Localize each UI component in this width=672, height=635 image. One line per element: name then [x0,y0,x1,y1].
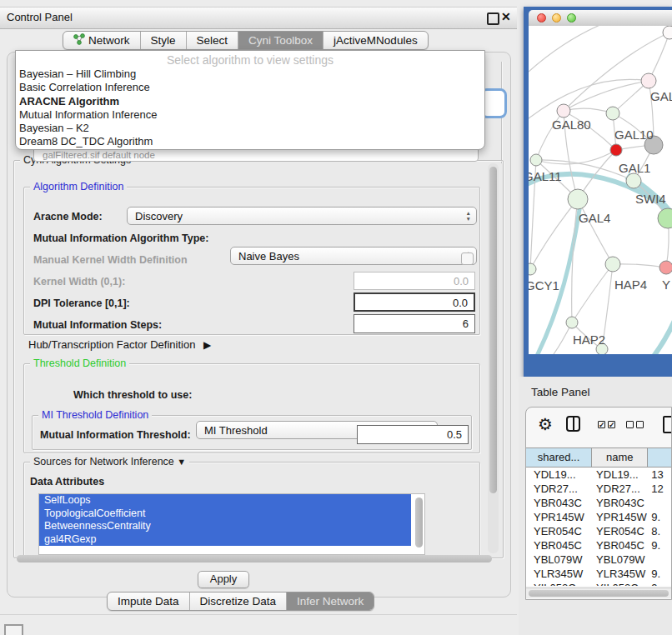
network-graph [529,26,672,354]
deselect-all-icon[interactable] [626,421,644,428]
tab-cyni-toolbox[interactable]: Cyni Toolbox [238,32,323,49]
node-label: GCY1 [529,278,559,292]
cell-shared-name: YBR043C [526,496,592,510]
table-row[interactable]: YBL079W YBL079W [526,552,671,567]
network-node-hap4[interactable] [605,257,620,272]
network-node-gal4[interactable] [568,189,588,209]
mi-steps-input[interactable]: 6 [354,314,475,333]
apply-button[interactable]: Apply [198,571,249,588]
network-window-titlebar[interactable] [529,10,672,27]
tab-discretize-data[interactable]: Discretize Data [190,592,288,610]
dock-square-fragment [4,624,23,635]
kernel-width-input[interactable]: 0.0 [354,272,475,290]
settings-scrollbar-thumb[interactable] [489,167,497,493]
tab-impute-label: Impute Data [118,595,179,608]
cell-shared-name: YBR045C [526,538,592,552]
dpi-tolerance-input[interactable]: 0.0 [354,292,475,312]
cell-shared-name: YER054C [526,524,592,538]
table-row[interactable]: YPR145W YPR145W 9. [526,510,671,524]
table-row[interactable]: YIL052C YIL052C 9. [526,581,671,586]
algorithm-option-aracne[interactable]: ARACNE Algorithm [16,95,484,108]
list-scrollbar-thumb[interactable] [415,498,423,548]
algorithm-placeholder: Select algorithm to view settings [16,51,484,68]
tab-select[interactable]: Select [187,32,239,49]
algorithm-option-basic-correlation[interactable]: Basic Correlation Inference [16,81,484,94]
node-label: GAL80 [552,118,591,132]
column-header-shared-name[interactable]: shared... [526,448,592,467]
tab-jactivemnodules[interactable]: jActiveMNodules [323,32,428,49]
table-row[interactable]: YDL19... YDL19... 13 [526,468,671,482]
column-header-name[interactable]: name [592,448,648,467]
network-node[interactable] [659,261,672,274]
column-header-partial[interactable] [648,448,671,467]
tab-style[interactable]: Style [141,32,187,49]
select-all-icon[interactable]: ✓✓ [598,421,615,428]
cell-shared-name: YBL079W [526,552,592,567]
tab-network[interactable]: Network [63,32,141,49]
network-canvas[interactable]: GAL GAL80 GAL10 GAL1 GAL11 SWI4 GAL4 GCY… [529,26,672,354]
cell-name: YBR045C [592,538,648,552]
network-node[interactable] [663,26,672,39]
cell-value: 9. [648,567,671,581]
aracne-mode-combo[interactable]: Discovery ▲▼ [127,207,477,225]
zoom-window-button[interactable] [567,13,576,22]
table-row[interactable]: YBR045C YBR045C 9. [526,538,671,552]
list-item[interactable]: SelfLoops [39,494,411,508]
cell-value: 9. [648,510,671,524]
table-hscrollbar-thumb[interactable] [529,590,669,597]
list-item[interactable]: gal4RGexp [39,533,411,547]
manual-kernel-checkbox[interactable] [461,252,474,265]
table-row[interactable]: YDR27... YDR27... 12 [526,482,671,496]
algorithm-option-dream8[interactable]: Dream8 DC_TDC Algorithm [16,135,484,148]
network-node-gal10[interactable] [606,107,619,120]
float-window-icon[interactable] [487,12,499,25]
data-attributes-list[interactable]: SelfLoops TopologicalCoefficient Between… [38,493,425,555]
gear-icon[interactable]: ⚙ [538,414,553,434]
network-node-gcy1[interactable] [529,263,536,275]
cell-value [648,496,671,510]
tab-impute-data[interactable]: Impute Data [108,592,190,610]
network-node-hap2[interactable] [566,317,578,328]
cell-name: YBL079W [592,552,648,567]
kernel-width-label: Kernel Width (0,1): [33,276,125,288]
minimize-window-button[interactable] [552,13,561,22]
mi-type-label: Mutual Information Algorithm Type: [33,232,208,244]
network-node[interactable] [658,208,672,228]
new-table-icon[interactable] [663,416,672,433]
settings-scrollbar-track[interactable] [488,163,499,553]
sources-title-text: Sources for Network Inference [33,456,174,468]
node-label: GAL10 [614,128,654,142]
chevron-down-icon[interactable]: ▼ [177,457,186,467]
tab-infer-network[interactable]: Infer Network [287,592,374,610]
mi-threshold-input[interactable]: 0.5 [357,425,469,444]
mi-type-combo[interactable]: Naive Bayes ▲▼ [230,247,477,265]
cell-name: YER054C [592,524,648,538]
list-item[interactable]: BetweennessCentrality [39,520,411,533]
table-row[interactable]: YBR043C YBR043C [526,496,671,510]
list-item[interactable]: TopologicalCoefficient [39,508,411,521]
close-window-button[interactable] [537,13,546,22]
table-row[interactable]: YER054C YER054C 8. [526,524,671,538]
node-label: HAP4 [614,278,647,292]
network-node-gal11[interactable] [530,154,542,166]
algorithm-option-mutual-information[interactable]: Mutual Information Inference [16,108,484,122]
table-hscrollbar-track[interactable] [526,588,671,598]
settings-hscrollbar-thumb[interactable] [17,555,492,562]
network-node-gal80[interactable] [557,104,570,118]
close-icon[interactable]: ✕ [501,10,511,23]
network-node-swi4[interactable] [626,173,641,188]
split-columns-icon[interactable] [566,416,580,432]
table-row[interactable]: YLR345W YLR345W 9. [526,567,671,581]
tab-network-label: Network [88,34,130,47]
algorithm-option-bayesian-hill-climbing[interactable]: Bayesian – Hill Climbing [16,68,484,81]
manual-kernel-label: Manual Kernel Width Definition [33,254,188,266]
tab-style-label: Style [151,34,176,47]
node-label: GAL11 [529,169,562,183]
network-node[interactable] [641,73,656,88]
algorithm-dropdown-popup: Select algorithm to view settings Bayesi… [15,50,485,150]
cell-name: YPR145W [592,510,648,524]
network-node-gal1[interactable] [610,144,622,156]
algorithm-option-bayesian-k2[interactable]: Bayesian – K2 [16,122,484,135]
hub-definition-toggle[interactable]: Hub/Transcription Factor Definition ▶ [28,338,211,351]
cell-value: 13 [648,468,671,482]
